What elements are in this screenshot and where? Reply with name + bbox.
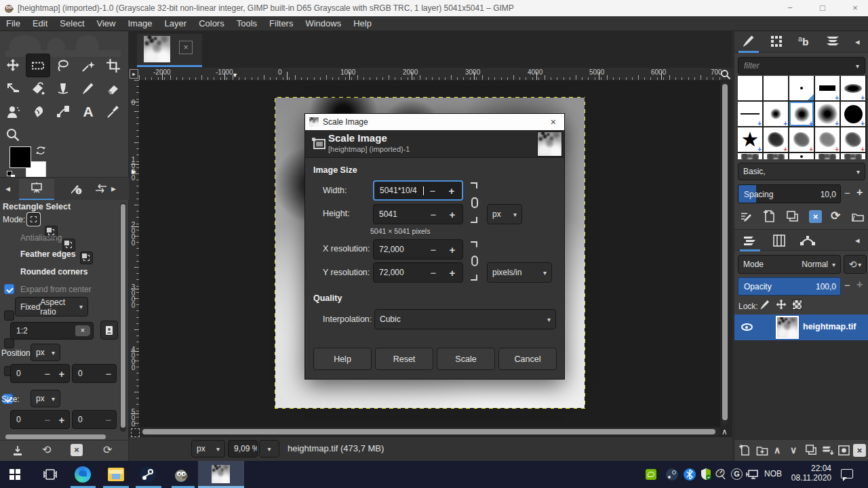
menu-layer[interactable]: Layer xyxy=(159,17,193,30)
brush-filter-input[interactable]: filter ▾ xyxy=(738,57,865,75)
minus-icon[interactable]: − xyxy=(425,267,442,279)
gimp-taskbar-icon[interactable] xyxy=(173,466,189,483)
zoom-indicator-icon[interactable] xyxy=(720,69,731,80)
lock-pixels-icon[interactable] xyxy=(759,299,771,311)
edit-brush-icon[interactable] xyxy=(740,210,753,224)
steam-taskbar-icon[interactable] xyxy=(140,466,156,483)
add-mask-icon[interactable] xyxy=(837,444,850,457)
start-button[interactable] xyxy=(9,469,20,480)
scale-button[interactable]: Scale xyxy=(437,348,495,370)
raise-layer-icon[interactable]: ∧ xyxy=(774,445,781,455)
quick-mask-toggle[interactable] xyxy=(131,428,140,437)
zoom-dropdown[interactable]: ▾ xyxy=(259,440,279,458)
minus-icon[interactable]: − xyxy=(41,414,54,426)
paintbrush-tool[interactable] xyxy=(77,77,100,100)
transform-tool[interactable] xyxy=(1,77,24,100)
layer-mode-reset-button[interactable]: ⟲ ▾ xyxy=(844,255,867,274)
help-button[interactable]: Help xyxy=(313,348,372,370)
delete-brush-icon[interactable]: × xyxy=(809,210,822,223)
spacing-plus-icon[interactable]: + xyxy=(856,186,863,199)
text-tool[interactable]: A xyxy=(77,100,100,123)
restore-preset-icon[interactable]: ⟲ xyxy=(42,443,51,456)
open-brush-icon[interactable] xyxy=(851,210,865,224)
spacing-slider[interactable]: Spacing 10,0 xyxy=(738,184,841,203)
nvidia-tray-icon[interactable] xyxy=(646,469,656,480)
brush-group-dropdown[interactable]: Basic, ▾ xyxy=(738,163,865,180)
next-tab-icon[interactable]: ▸ xyxy=(111,183,116,194)
image-tab[interactable]: × xyxy=(137,34,202,65)
dialog-close-icon[interactable]: × xyxy=(551,117,556,127)
brush-item[interactable]: + xyxy=(764,127,788,152)
antenna-tray-icon[interactable] xyxy=(715,468,728,481)
plus-icon[interactable]: + xyxy=(442,209,462,220)
navigation-button[interactable]: ∧ xyxy=(722,427,728,436)
tab-tool-options[interactable] xyxy=(19,179,54,198)
rectangle-select-tool[interactable] xyxy=(26,54,50,77)
merge-down-icon[interactable] xyxy=(821,444,835,457)
maximize-button[interactable]: □ xyxy=(811,0,834,16)
layer-thumbnail[interactable] xyxy=(776,316,799,339)
resolution-chain-icon[interactable] xyxy=(469,241,480,281)
feather-edges-checkbox[interactable] xyxy=(4,310,14,321)
brush-item[interactable]: + xyxy=(841,127,865,152)
duplicate-layer-icon[interactable] xyxy=(805,444,818,457)
brush-item[interactable] xyxy=(789,76,814,100)
canvas-hscrollbar[interactable] xyxy=(140,428,720,436)
logitech-tray-icon[interactable]: G xyxy=(731,468,743,480)
height-input[interactable]: 5041 − + xyxy=(373,204,463,224)
brush-item[interactable]: + xyxy=(841,102,865,126)
brush-item[interactable] xyxy=(738,153,762,159)
brush-item[interactable] xyxy=(764,76,788,100)
menu-select[interactable]: Select xyxy=(54,17,90,30)
close-button[interactable]: × xyxy=(844,0,867,16)
device-status-icon[interactable]: i xyxy=(69,182,83,196)
canvas-vscrollbar[interactable] xyxy=(722,81,728,426)
opacity-plus-icon[interactable]: + xyxy=(856,279,863,291)
duplicate-brush-icon[interactable] xyxy=(786,210,800,224)
tab-gradients[interactable] xyxy=(825,35,840,51)
interpolation-dropdown[interactable]: Cubic ▾ xyxy=(374,309,556,329)
free-select-tool[interactable] xyxy=(52,54,75,77)
lock-position-icon[interactable] xyxy=(775,299,787,311)
keyboard-language-indicator[interactable]: NOB xyxy=(764,469,782,479)
size-chain-icon[interactable] xyxy=(469,182,480,224)
mode-intersect-button[interactable] xyxy=(80,251,93,264)
brush-item[interactable]: + xyxy=(815,76,840,100)
menu-filters[interactable]: Filters xyxy=(263,17,299,30)
menu-edit[interactable]: Edit xyxy=(26,17,54,30)
tool-options-hscrollbar[interactable] xyxy=(5,434,106,439)
brush-item[interactable]: + xyxy=(738,102,762,126)
tab-layers[interactable] xyxy=(743,234,757,250)
minus-icon[interactable]: − xyxy=(425,244,442,256)
notification-center-icon[interactable] xyxy=(841,469,853,479)
size-unit-dropdown[interactable]: px ▾ xyxy=(487,204,522,224)
dialog-titlebar[interactable]: Scale Image × xyxy=(305,114,564,130)
plus-icon[interactable]: + xyxy=(54,414,69,426)
brush-item[interactable] xyxy=(841,153,865,159)
reset-button[interactable]: Reset xyxy=(375,348,433,370)
lock-alpha-icon[interactable] xyxy=(792,300,802,310)
mode-replace-button[interactable] xyxy=(27,213,40,226)
tab-channels[interactable] xyxy=(772,234,786,250)
menu-tools[interactable]: Tools xyxy=(231,17,263,30)
menu-image[interactable]: Image xyxy=(121,17,158,30)
brush-item[interactable]: ★+ xyxy=(738,127,762,152)
image-tab-close-icon[interactable]: × xyxy=(179,41,193,54)
prev-tab-icon[interactable]: ◂ xyxy=(5,183,10,194)
menu-windows[interactable]: Windows xyxy=(299,17,347,30)
resolution-unit-dropdown[interactable]: pixels/in ▾ xyxy=(487,262,552,283)
explorer-taskbar-icon[interactable] xyxy=(108,468,124,481)
new-brush-icon[interactable] xyxy=(763,209,776,223)
layer-visibility-eye-icon[interactable] xyxy=(741,323,753,331)
tab-brushes[interactable] xyxy=(741,34,756,52)
minus-icon[interactable]: − xyxy=(101,368,116,380)
minimize-button[interactable]: − xyxy=(778,0,802,16)
clear-icon[interactable]: × xyxy=(75,325,90,336)
position-x-spinbox[interactable]: 0 − + xyxy=(10,364,70,383)
plus-icon[interactable]: + xyxy=(54,368,69,380)
refresh-brushes-icon[interactable]: ⟳ xyxy=(831,209,840,223)
antialiasing-checkbox[interactable] xyxy=(4,284,14,294)
brush-item[interactable]: + xyxy=(789,127,814,152)
edge-taskbar-icon[interactable] xyxy=(75,466,91,483)
dock-collapse-icon[interactable]: ◂ xyxy=(855,37,860,47)
